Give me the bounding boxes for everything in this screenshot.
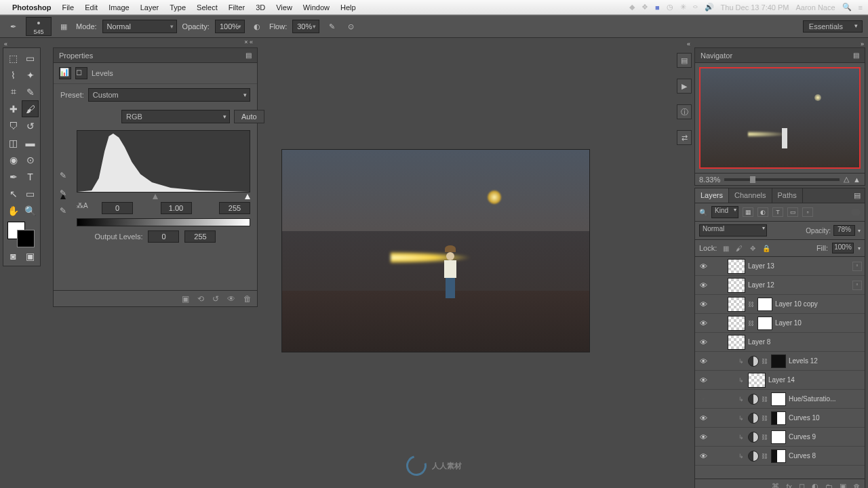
layer-fx-icon[interactable]: fx — [786, 483, 792, 489]
timemachine-icon[interactable]: ◷ — [667, 3, 673, 12]
type-tool-icon[interactable]: T — [22, 168, 39, 185]
brush-preset-picker[interactable]: • 545 — [26, 17, 52, 36]
crop-tool-icon[interactable]: ⌗ — [5, 83, 22, 100]
user-name[interactable]: Aaron Nace — [795, 3, 835, 12]
menu-select[interactable]: Select — [197, 3, 218, 12]
menu-image[interactable]: Image — [108, 3, 130, 12]
history-panel-icon[interactable]: ▤ — [677, 53, 692, 68]
link-layers-icon[interactable]: ⌘ — [772, 482, 779, 488]
mask-link-icon[interactable]: ⛓ — [748, 320, 755, 327]
panel-menu-icon[interactable]: ▤ — [245, 52, 252, 59]
color-swatches[interactable] — [5, 220, 39, 247]
stamp-tool-icon[interactable]: ⛉ — [5, 117, 22, 134]
layer-mask-thumbnail[interactable] — [771, 354, 786, 368]
mask-link-icon[interactable]: ⛓ — [762, 415, 768, 422]
menu-filter[interactable]: Filter — [229, 3, 245, 12]
fill-value[interactable]: 100% — [832, 243, 854, 253]
pen-tool-icon[interactable]: ✒ — [5, 168, 22, 185]
output-gradient[interactable] — [77, 218, 250, 226]
collapse-icon[interactable]: × « — [244, 39, 253, 45]
document-canvas[interactable] — [281, 149, 590, 352]
mask-link-icon[interactable]: ⛓ — [762, 453, 768, 460]
channel-select[interactable]: RGB — [121, 110, 230, 123]
layers-tab[interactable]: Layers — [695, 188, 729, 203]
history-brush-icon[interactable]: ↺ — [22, 117, 39, 134]
layer-name[interactable]: Layer 10 — [775, 319, 802, 327]
notification-icon[interactable]: ≡ — [859, 3, 863, 12]
layer-row[interactable]: 👁Layer 8 — [695, 333, 865, 352]
eyedropper-tool-icon[interactable]: ✎ — [22, 83, 39, 100]
shape-tool-icon[interactable]: ▭ — [22, 185, 39, 202]
delete-adjustment-icon[interactable]: 🗑 — [243, 294, 252, 304]
visibility-icon[interactable]: 👁 — [698, 433, 709, 441]
clip-to-layer-icon[interactable]: ▣ — [182, 294, 189, 304]
zoom-value[interactable]: 8.33% — [699, 176, 720, 184]
gradient-tool-icon[interactable]: ▬ — [22, 134, 39, 151]
menu-window[interactable]: Window — [303, 3, 330, 12]
filter-pixel-icon[interactable]: ▦ — [743, 207, 753, 217]
menu-3d[interactable]: 3D — [256, 3, 265, 12]
spotlight-icon[interactable]: 🔍 — [842, 3, 852, 12]
opacity-value[interactable]: 100% — [215, 20, 245, 33]
layer-name[interactable]: Curves 9 — [789, 433, 816, 441]
layer-mask-thumbnail[interactable] — [757, 317, 772, 330]
mask-link-icon[interactable]: ⛓ — [748, 301, 755, 308]
view-previous-icon[interactable]: ⟲ — [197, 294, 204, 304]
brush-tool-icon[interactable]: 🖌 — [22, 100, 39, 117]
new-layer-icon[interactable]: ▣ — [840, 482, 846, 488]
gray-point-eyedropper-icon[interactable]: ✎ — [58, 188, 68, 199]
visibility-icon[interactable]: 👁 — [698, 300, 709, 308]
visibility-icon[interactable]: 👁 — [698, 376, 709, 384]
visibility-icon[interactable]: 👁 — [698, 262, 709, 270]
layer-row[interactable]: 👁↳⛓Curves 10 — [695, 409, 865, 428]
collapse-right-icon[interactable]: » — [861, 41, 864, 47]
layer-mask-thumbnail[interactable] — [771, 392, 786, 406]
lock-all-icon[interactable]: 🔒 — [762, 243, 771, 253]
layer-name[interactable]: Layer 13 — [748, 262, 774, 270]
screenmode-icon[interactable]: ▣ — [22, 247, 39, 264]
visibility-icon[interactable]: 👁 — [698, 395, 709, 403]
visibility-icon[interactable]: 👁 — [698, 338, 709, 346]
marquee-tool-icon[interactable]: ▭ — [22, 49, 39, 66]
menu-edit[interactable]: Edit — [85, 3, 98, 12]
layer-name[interactable]: Hue/Saturatio... — [789, 395, 835, 403]
layer-row[interactable]: 👁↳⛓Hue/Saturatio... — [695, 390, 865, 409]
preset-select[interactable]: Custom — [88, 88, 250, 102]
adjustment-layer-icon[interactable]: ◐ — [812, 482, 818, 488]
layer-thumbnail[interactable] — [748, 373, 766, 388]
tool-preset-icon[interactable]: ✒ — [5, 19, 20, 34]
delete-layer-icon[interactable]: 🗑 — [853, 483, 861, 489]
zoom-tool-icon[interactable]: 🔍 — [22, 202, 39, 219]
brush-panel-icon[interactable]: ▦ — [57, 20, 71, 33]
layer-row[interactable]: 👁↳⛓Levels 12 — [695, 352, 865, 371]
mask-link-icon[interactable]: ⛓ — [762, 434, 768, 441]
layers-menu-icon[interactable]: ▤ — [850, 188, 865, 203]
layer-thumbnail[interactable] — [748, 413, 759, 424]
navigator-thumbnail[interactable] — [699, 67, 861, 169]
lock-pixels-icon[interactable]: 🖌 — [734, 243, 744, 253]
menu-layer[interactable]: Layer — [140, 3, 159, 12]
filter-smart-icon[interactable]: ▫ — [802, 207, 813, 217]
output-black[interactable] — [148, 230, 179, 243]
lock-position-icon[interactable]: ✥ — [748, 243, 757, 253]
airbrush-icon[interactable]: ✎ — [325, 20, 338, 33]
filter-kind-select[interactable]: Kind — [711, 206, 738, 218]
reset-icon[interactable]: ↺ — [212, 294, 219, 304]
layer-thumbnail[interactable] — [748, 432, 759, 443]
move-tool-icon[interactable]: ⬚ — [5, 49, 22, 66]
properties-tab[interactable]: Properties — [59, 52, 93, 60]
visibility-icon[interactable]: 👁 — [698, 281, 709, 289]
visibility-icon[interactable]: 👁 — [698, 357, 709, 365]
eraser-tool-icon[interactable]: ◫ — [5, 134, 22, 151]
bluetooth-icon[interactable]: ✳ — [680, 3, 686, 12]
layer-mask-thumbnail[interactable] — [771, 430, 786, 444]
dropbox-icon[interactable]: ❖ — [642, 3, 648, 12]
quickmask-icon[interactable]: ◙ — [5, 247, 22, 264]
filter-shape-icon[interactable]: ▭ — [787, 207, 798, 217]
layer-mask-icon[interactable]: ◻ — [799, 482, 805, 488]
pressure-size-icon[interactable]: ⊙ — [344, 20, 357, 33]
histogram[interactable] — [77, 130, 250, 192]
pressure-opacity-icon[interactable]: ◐ — [250, 20, 264, 33]
collapse-left-icon[interactable]: « — [4, 41, 7, 47]
visibility-icon[interactable]: 👁 — [698, 319, 709, 327]
